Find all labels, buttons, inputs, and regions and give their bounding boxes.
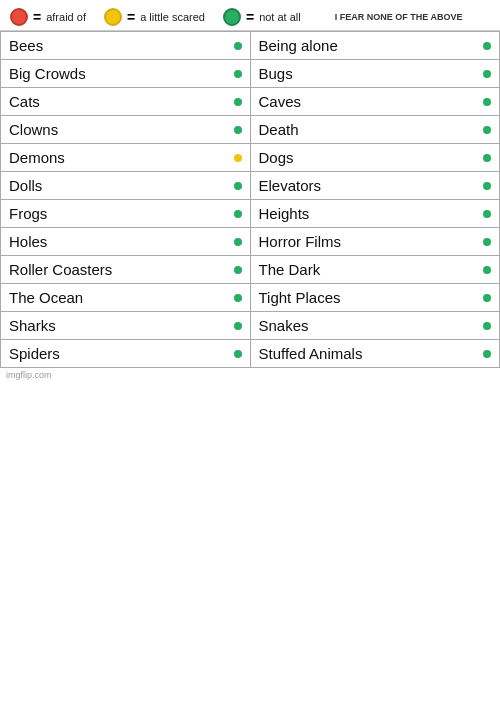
table-row: ClownsDeath xyxy=(1,116,500,144)
cell-label-right-6: Heights xyxy=(259,205,310,222)
cell-right-10: Snakes xyxy=(250,312,500,340)
cell-right-1: Bugs xyxy=(250,60,500,88)
cell-label-left-3: Clowns xyxy=(9,121,58,138)
cell-left-1: Big Crowds xyxy=(1,60,251,88)
cell-label-left-0: Bees xyxy=(9,37,43,54)
legend-afraid: = afraid of xyxy=(10,8,86,26)
table-row: SharksSnakes xyxy=(1,312,500,340)
dot-green-icon xyxy=(234,42,242,50)
cell-left-7: Holes xyxy=(1,228,251,256)
table-row: Roller CoastersThe Dark xyxy=(1,256,500,284)
cell-label-right-9: Tight Places xyxy=(259,289,341,306)
dot-green-icon xyxy=(234,350,242,358)
fear-none-label: I FEAR NONE OF THE ABOVE xyxy=(329,10,469,24)
cell-left-11: Spiders xyxy=(1,340,251,368)
cell-right-4: Dogs xyxy=(250,144,500,172)
cell-label-left-6: Frogs xyxy=(9,205,47,222)
table-row: SpidersStuffed Animals xyxy=(1,340,500,368)
not-at-all-label: not at all xyxy=(259,11,301,23)
table-row: Big CrowdsBugs xyxy=(1,60,500,88)
cell-label-right-3: Death xyxy=(259,121,299,138)
dot-yellow-icon xyxy=(234,154,242,162)
cell-left-10: Sharks xyxy=(1,312,251,340)
table-row: DemonsDogs xyxy=(1,144,500,172)
dot-green-icon xyxy=(234,294,242,302)
cell-right-5: Elevators xyxy=(250,172,500,200)
cell-right-11: Stuffed Animals xyxy=(250,340,500,368)
table-row: FrogsHeights xyxy=(1,200,500,228)
dot-green-icon xyxy=(483,350,491,358)
dot-green-icon xyxy=(483,126,491,134)
table-row: DollsElevators xyxy=(1,172,500,200)
dot-green-icon xyxy=(483,210,491,218)
table-row: The OceanTight Places xyxy=(1,284,500,312)
dot-green-icon xyxy=(234,322,242,330)
yellow-circle-icon xyxy=(104,8,122,26)
cell-left-9: The Ocean xyxy=(1,284,251,312)
cell-right-8: The Dark xyxy=(250,256,500,284)
cell-label-right-4: Dogs xyxy=(259,149,294,166)
table-row: CatsCaves xyxy=(1,88,500,116)
cell-label-right-8: The Dark xyxy=(259,261,321,278)
cell-label-left-4: Demons xyxy=(9,149,65,166)
dot-green-icon xyxy=(483,238,491,246)
legend-little-scared: = a little scared xyxy=(104,8,205,26)
dot-green-icon xyxy=(483,322,491,330)
afraid-label: afraid of xyxy=(46,11,86,23)
cell-label-left-7: Holes xyxy=(9,233,47,250)
cell-label-left-11: Spiders xyxy=(9,345,60,362)
fears-table: BeesBeing aloneBig CrowdsBugsCatsCavesCl… xyxy=(0,31,500,368)
cell-right-7: Horror Films xyxy=(250,228,500,256)
cell-right-0: Being alone xyxy=(250,32,500,60)
little-scared-label: a little scared xyxy=(140,11,205,23)
dot-green-icon xyxy=(234,98,242,106)
cell-right-2: Caves xyxy=(250,88,500,116)
dot-green-icon xyxy=(234,266,242,274)
cell-label-left-9: The Ocean xyxy=(9,289,83,306)
green-circle-icon xyxy=(223,8,241,26)
dot-green-icon xyxy=(234,238,242,246)
cell-label-right-1: Bugs xyxy=(259,65,293,82)
cell-right-9: Tight Places xyxy=(250,284,500,312)
legend-not-at-all: = not at all xyxy=(223,8,301,26)
cell-label-right-2: Caves xyxy=(259,93,302,110)
cell-left-8: Roller Coasters xyxy=(1,256,251,284)
dot-green-icon xyxy=(483,42,491,50)
cell-label-right-5: Elevators xyxy=(259,177,322,194)
cell-right-3: Death xyxy=(250,116,500,144)
dot-green-icon xyxy=(234,126,242,134)
dot-green-icon xyxy=(483,266,491,274)
cell-left-0: Bees xyxy=(1,32,251,60)
dot-green-icon xyxy=(483,98,491,106)
cell-label-left-5: Dolls xyxy=(9,177,42,194)
cell-label-right-0: Being alone xyxy=(259,37,338,54)
cell-label-left-2: Cats xyxy=(9,93,40,110)
dot-green-icon xyxy=(234,210,242,218)
table-row: HolesHorror Films xyxy=(1,228,500,256)
cell-left-5: Dolls xyxy=(1,172,251,200)
cell-label-right-11: Stuffed Animals xyxy=(259,345,363,362)
cell-left-2: Cats xyxy=(1,88,251,116)
cell-label-left-10: Sharks xyxy=(9,317,56,334)
dot-green-icon xyxy=(483,182,491,190)
cell-label-right-7: Horror Films xyxy=(259,233,342,250)
cell-label-left-8: Roller Coasters xyxy=(9,261,112,278)
dot-green-icon xyxy=(483,154,491,162)
cell-left-6: Frogs xyxy=(1,200,251,228)
dot-green-icon xyxy=(234,70,242,78)
dot-green-icon xyxy=(483,294,491,302)
cell-left-4: Demons xyxy=(1,144,251,172)
cell-label-left-1: Big Crowds xyxy=(9,65,86,82)
dot-green-icon xyxy=(234,182,242,190)
footer-watermark: imgflip.com xyxy=(0,368,500,382)
red-circle-icon xyxy=(10,8,28,26)
cell-left-3: Clowns xyxy=(1,116,251,144)
dot-green-icon xyxy=(483,70,491,78)
table-row: BeesBeing alone xyxy=(1,32,500,60)
cell-right-6: Heights xyxy=(250,200,500,228)
cell-label-right-10: Snakes xyxy=(259,317,309,334)
legend-bar: = afraid of = a little scared = not at a… xyxy=(0,0,500,31)
